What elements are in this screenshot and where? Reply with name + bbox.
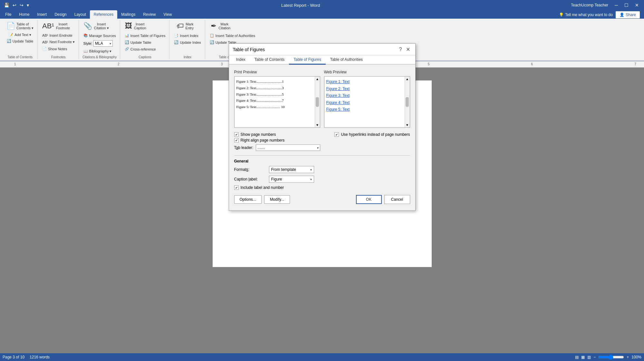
- cross-reference-button[interactable]: 🔗 Cross-reference: [123, 46, 158, 52]
- tab-leader-value: .......: [257, 145, 265, 150]
- show-page-numbers-checkbox[interactable]: ✔: [234, 132, 239, 137]
- web-preview-item-1[interactable]: Figure 1: Text: [326, 79, 403, 86]
- web-preview-item-3[interactable]: Figure 3: Text: [326, 92, 403, 99]
- share-button[interactable]: 👤 Share: [615, 11, 640, 19]
- use-hyperlinks-checkbox[interactable]: ✔: [334, 132, 339, 137]
- update-captions-icon: 🔄: [125, 40, 129, 44]
- insert-index-button[interactable]: 📑 Insert Index: [172, 33, 200, 38]
- tab-design[interactable]: Design: [51, 10, 70, 19]
- quick-access-toolbar: 💾 ↩ ↪ ▾: [3, 2, 30, 8]
- share-icon: 👤: [620, 13, 624, 17]
- mark-entry-icon: 🏷: [177, 22, 184, 30]
- layout-icon-3[interactable]: ▥: [587, 355, 591, 359]
- ok-button[interactable]: OK: [356, 195, 382, 204]
- dialog-tab-toa[interactable]: Table of Authorities: [326, 55, 367, 65]
- dialog-tab-tof[interactable]: Table of Figures: [289, 55, 325, 65]
- web-preview-item-2[interactable]: Figure 2: Text: [326, 86, 403, 93]
- maximize-button[interactable]: ☐: [622, 2, 631, 8]
- page-count: Page 3 of 10: [3, 355, 24, 359]
- table-of-contents-button[interactable]: 📄 Table ofContents ▾: [5, 21, 35, 32]
- next-footnote-icon: AB¹: [42, 40, 48, 44]
- dialog-help-button[interactable]: ?: [398, 46, 403, 52]
- modify-button[interactable]: Modify...: [264, 195, 290, 204]
- right-align-option[interactable]: ✔ Right align page numbers: [234, 138, 285, 143]
- layout-icon-1[interactable]: ▤: [575, 355, 579, 359]
- web-preview-item-4[interactable]: Figure 4: Text: [326, 99, 403, 106]
- print-preview-item-2: Figure 2: Text..........................…: [236, 85, 313, 91]
- dialog-tab-toc[interactable]: Table of Contents: [250, 55, 289, 65]
- insert-table-of-figures-button[interactable]: 📊 Insert Table of Figures: [123, 33, 168, 38]
- bibliography-button[interactable]: 📖 Bibliography ▾: [82, 49, 114, 54]
- update-index-icon: 🔄: [174, 40, 178, 44]
- dialog-titlebar: Table of Figures ? ✕: [229, 44, 415, 55]
- caption-label-dropdown[interactable]: Figure ▾: [269, 176, 314, 183]
- cancel-button[interactable]: Cancel: [384, 195, 410, 204]
- endnote-icon: AB¹: [42, 33, 48, 37]
- lightbulb-icon: 💡: [559, 13, 564, 17]
- close-button[interactable]: ✕: [632, 2, 641, 8]
- manage-sources-button[interactable]: 📚 Manage Sources: [82, 33, 118, 38]
- zoom-out-icon[interactable]: −: [593, 355, 596, 359]
- footer-right-buttons: OK Cancel: [356, 195, 410, 204]
- tab-references[interactable]: References: [90, 10, 117, 19]
- insert-endnote-button[interactable]: AB¹ Insert Endnote: [40, 33, 74, 38]
- web-scroll-up-icon[interactable]: ▲: [405, 77, 409, 81]
- undo-icon[interactable]: ↩: [11, 2, 18, 8]
- status-bar-right: ▤ ▦ ▥ − + 100%: [575, 355, 641, 360]
- update-table-captions-button[interactable]: 🔄 Update Table: [123, 40, 153, 45]
- zoom-in-icon[interactable]: +: [627, 355, 629, 359]
- insert-caption-button[interactable]: 🖼 InsertCaption: [123, 21, 149, 32]
- formats-dropdown[interactable]: From template ▾: [269, 166, 314, 173]
- scroll-down-icon[interactable]: ▼: [315, 123, 320, 127]
- right-options: ✔ Use hyperlinks instead of page numbers: [334, 132, 410, 137]
- redo-icon[interactable]: ↪: [18, 2, 25, 8]
- tab-file[interactable]: File: [1, 10, 15, 19]
- web-preview-item-5[interactable]: Figure 5: Text: [326, 106, 403, 113]
- formats-label: Formats:: [234, 167, 266, 172]
- web-scroll-down-icon[interactable]: ▼: [405, 123, 409, 127]
- tab-leader-dropdown[interactable]: ....... ▾: [256, 144, 320, 151]
- minimize-button[interactable]: ─: [612, 2, 620, 8]
- tab-view[interactable]: View: [160, 10, 176, 19]
- mark-citation-button[interactable]: ✒ MarkCitation: [208, 21, 234, 32]
- tab-home[interactable]: Home: [15, 10, 33, 19]
- ribbon-group-captions: 🖼 InsertCaption 📊 Insert Table of Figure…: [121, 20, 170, 60]
- tab-leader-arrow-icon: ▾: [317, 146, 319, 150]
- right-align-checkbox[interactable]: ✔: [234, 138, 239, 143]
- show-page-numbers-option[interactable]: ✔ Show page numbers: [234, 132, 285, 137]
- options-button[interactable]: Options...: [234, 195, 262, 204]
- zoom-slider[interactable]: [598, 355, 624, 360]
- next-footnote-button[interactable]: AB¹ Next Footnote ▾: [40, 39, 77, 45]
- web-preview-scrollbar[interactable]: ▲ ▼: [405, 77, 410, 127]
- use-hyperlinks-option[interactable]: ✔ Use hyperlinks instead of page numbers: [334, 132, 410, 137]
- show-notes-button[interactable]: 📄 Show Notes: [40, 46, 69, 51]
- dialog-tab-index[interactable]: Index: [232, 55, 250, 65]
- insert-table-of-authorities-button[interactable]: 📋 Insert Table of Authorities: [208, 33, 257, 38]
- tab-insert[interactable]: Insert: [33, 10, 51, 19]
- tab-layout[interactable]: Layout: [71, 10, 90, 19]
- dialog-close-button[interactable]: ✕: [405, 46, 411, 52]
- tab-review[interactable]: Review: [139, 10, 159, 19]
- web-scroll-thumb[interactable]: [406, 97, 409, 107]
- scroll-thumb[interactable]: [316, 97, 319, 107]
- insert-citation-button[interactable]: 📎 InsertCitation ▾: [82, 21, 111, 32]
- include-label-number-checkbox[interactable]: ✔: [234, 185, 239, 190]
- scroll-up-icon[interactable]: ▲: [315, 77, 320, 81]
- app-title: Latest Report - Word: [30, 3, 571, 8]
- ribbon-tabs: File Home Insert Design Layout Reference…: [0, 10, 644, 19]
- update-index-button[interactable]: 🔄 Update Index: [172, 40, 203, 45]
- update-table-toc-button[interactable]: 🔄 Update Table: [5, 38, 35, 44]
- customize-qat-icon[interactable]: ▾: [25, 2, 30, 8]
- toa-icon: 📋: [210, 33, 214, 38]
- mark-entry-button[interactable]: 🏷 MarkEntry: [172, 21, 198, 32]
- insert-footnote-button[interactable]: AB¹ InsertFootnote: [40, 21, 72, 32]
- add-text-button[interactable]: 📝 Add Text ▾: [7, 32, 33, 38]
- style-dropdown[interactable]: MLA ▾: [93, 40, 113, 47]
- save-icon[interactable]: 💾: [3, 2, 11, 8]
- tell-me-input[interactable]: 💡 Tell me what you want to do: [559, 13, 613, 17]
- tab-mailings[interactable]: Mailings: [117, 10, 139, 19]
- web-preview-panel: Web Preview Figure 1: Text Figure 2: Tex…: [324, 70, 410, 128]
- include-label-number-option[interactable]: ✔ Include label and number: [234, 185, 410, 190]
- print-preview-scrollbar[interactable]: ▲ ▼: [315, 77, 320, 127]
- layout-icon-2[interactable]: ▦: [581, 355, 585, 359]
